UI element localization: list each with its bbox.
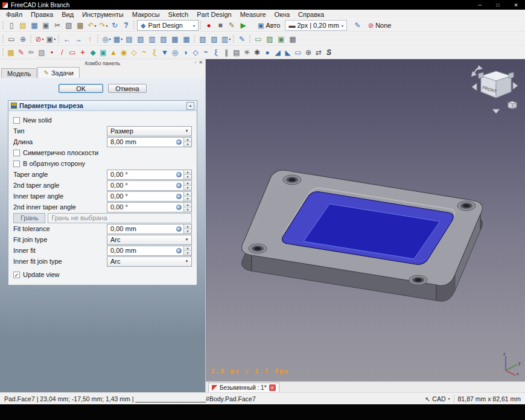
appearance-button[interactable]: ✎ [352, 20, 363, 31]
navigation-cube[interactable]: FRONT [471, 64, 519, 115]
expression-icon[interactable] [176, 139, 182, 145]
shape-binder-button[interactable]: ◆ [88, 47, 98, 59]
inner-fit-input[interactable]: 0,00 mm ▲ ▼ [107, 246, 192, 256]
taper-spin-buttons[interactable]: ▲ ▼ [183, 170, 191, 179]
datum-plane-button[interactable]: ▭ [68, 47, 78, 59]
datum-line-button[interactable]: / [57, 47, 68, 59]
menu-tools[interactable]: Инструменты [78, 10, 128, 19]
menu-view[interactable]: Вид [57, 10, 78, 19]
selection-bbox-button[interactable]: ▣▾ [45, 33, 57, 45]
navigation-style-selector[interactable]: ↖ CAD ▾ [425, 395, 450, 402]
view-front-button[interactable]: ▤ [124, 33, 135, 45]
additive-loft-button[interactable]: ◇ [129, 47, 139, 59]
linear-pattern-button[interactable]: ▤ [232, 47, 242, 59]
length-spin-buttons[interactable]: ▲ ▼ [183, 138, 191, 147]
new-solid-checkbox[interactable] [13, 117, 20, 124]
subtractive-pipe-button[interactable]: ~ [201, 47, 211, 59]
save-button[interactable]: ▦ [29, 20, 40, 31]
macro-record-button[interactable]: ● [203, 20, 215, 31]
inner-fit-join-combo[interactable]: Arc ▾ [107, 256, 192, 267]
symmetric-checkbox[interactable] [13, 150, 20, 156]
chamfer-button[interactable]: ◢ [273, 47, 283, 59]
texture-mapping-button[interactable]: ▨ [264, 33, 276, 45]
float-panel-button[interactable]: ▫ [194, 60, 196, 65]
cut-button[interactable]: ✂ [52, 20, 63, 31]
view-axonometric-button[interactable]: ▦▾ [112, 33, 124, 45]
selection-filter[interactable]: ⊘ None [368, 22, 392, 29]
clone-button[interactable]: ▣ [98, 47, 109, 59]
datum-point-button[interactable]: ● [47, 47, 57, 59]
dock-view-button[interactable]: ▦ [287, 33, 299, 45]
close-button[interactable]: ✕ [507, 0, 525, 10]
print-button[interactable]: ▣ [40, 20, 52, 31]
new-file-button[interactable]: ▯ [6, 20, 18, 31]
menu-sketch[interactable]: Sketch [164, 10, 193, 19]
length-input[interactable]: 8,00 mm ▲ ▼ [107, 137, 192, 147]
undo-button[interactable]: ↶▾ [86, 20, 98, 31]
menu-measure[interactable]: Measure [236, 10, 270, 19]
clip-plane-button[interactable]: ▭ [253, 33, 264, 45]
fit-join-combo[interactable]: Arc ▾ [107, 235, 192, 245]
fit-tolerance-input[interactable]: 0,00 mm ▲ ▼ [107, 224, 192, 234]
map-sketch-button[interactable]: ▧ [37, 47, 47, 59]
nav-back-button[interactable]: ← [62, 33, 73, 45]
whats-this-button[interactable]: ? [121, 20, 132, 31]
3d-viewport[interactable]: FRONT [206, 59, 525, 381]
taper2-spin-buttons[interactable]: ▲ ▼ [183, 181, 191, 190]
menu-windows[interactable]: Окна [270, 10, 294, 19]
menu-edit[interactable]: Правка [27, 10, 57, 19]
view-rotate-button[interactable]: ▥▾ [220, 33, 232, 45]
view-iso-left-button[interactable]: ▧ [197, 33, 209, 45]
minimize-button[interactable]: ─ [471, 0, 489, 10]
mirrored-button[interactable]: ∥ [221, 47, 232, 59]
groove-button[interactable]: ◑ [180, 47, 191, 59]
combo-panel-titlebar[interactable]: Комбо панель ▫ ✕ [0, 59, 205, 67]
view-left-button[interactable]: ▦ [181, 33, 192, 45]
expression-icon[interactable] [176, 248, 182, 253]
shape-string-button[interactable]: S [324, 47, 334, 59]
pad-button[interactable]: ▲ [109, 47, 119, 59]
migrate-button[interactable]: ⇄ [314, 47, 324, 59]
inner-taper2-spin-buttons[interactable]: ▲ ▼ [183, 203, 191, 212]
navcube-menu[interactable] [508, 101, 517, 109]
copy-button[interactable]: ▧ [63, 20, 75, 31]
additive-pipe-button[interactable]: ~ [139, 47, 150, 59]
subtractive-loft-button[interactable]: ◇ [191, 47, 201, 59]
zoom-region-button[interactable]: ⊕ [18, 33, 29, 45]
face-field[interactable]: Грань не выбрана [48, 213, 192, 223]
nav-forward-button[interactable]: → [73, 33, 84, 45]
ok-button[interactable]: OK [59, 84, 103, 93]
view-bottom-button[interactable]: ▩ [170, 33, 181, 45]
view-rear-button[interactable]: ▨ [158, 33, 170, 45]
update-view-checkbox[interactable]: ✓ [13, 272, 20, 278]
create-sketch-button[interactable]: ✎ [16, 47, 27, 59]
close-panel-button[interactable]: ✕ [199, 60, 203, 65]
navcube-body[interactable]: FRONT [481, 71, 511, 98]
paste-button[interactable]: ▩ [75, 20, 86, 31]
subtractive-helix-button[interactable]: ξ [211, 47, 221, 59]
draw-style-button[interactable]: ⊘▾ [34, 33, 45, 45]
expression-icon[interactable] [176, 194, 182, 199]
macro-edit-button[interactable]: ✎ [226, 20, 238, 31]
menu-macros[interactable]: Макросы [128, 10, 164, 19]
expression-icon[interactable] [176, 226, 182, 232]
pocket-button[interactable]: ▼ [160, 47, 170, 59]
open-file-button[interactable]: ▤ [18, 20, 29, 31]
menu-help[interactable]: Справка [294, 10, 328, 19]
taper2-angle-input[interactable]: 0,00 ° ▲ ▼ [107, 180, 192, 191]
expression-icon[interactable] [176, 183, 182, 188]
measure-distance-button[interactable]: ✎ [237, 33, 248, 45]
tab-tasks[interactable]: ✎ Задачи [37, 67, 79, 78]
revolution-button[interactable]: ◉ [119, 47, 129, 59]
thickness-button[interactable]: ▭ [293, 47, 304, 59]
menu-partdesign[interactable]: Part Design [192, 10, 235, 19]
auto-toggle[interactable]: ▣ Авто [258, 22, 280, 29]
multi-transform-button[interactable]: ✱ [252, 47, 262, 59]
nav-up-button[interactable]: ↑ [84, 33, 96, 45]
expression-icon[interactable] [176, 205, 182, 210]
cancel-button[interactable]: Отмена [108, 84, 146, 93]
dialog-header[interactable]: Параметры выреза ▴ [8, 101, 197, 111]
collapse-section-button[interactable]: ▴ [186, 102, 194, 110]
line-width-selector[interactable]: ▬ 2px | 0,20 mm ▾ [285, 20, 347, 31]
fit-tolerance-spin-buttons[interactable]: ▲ ▼ [183, 224, 191, 234]
